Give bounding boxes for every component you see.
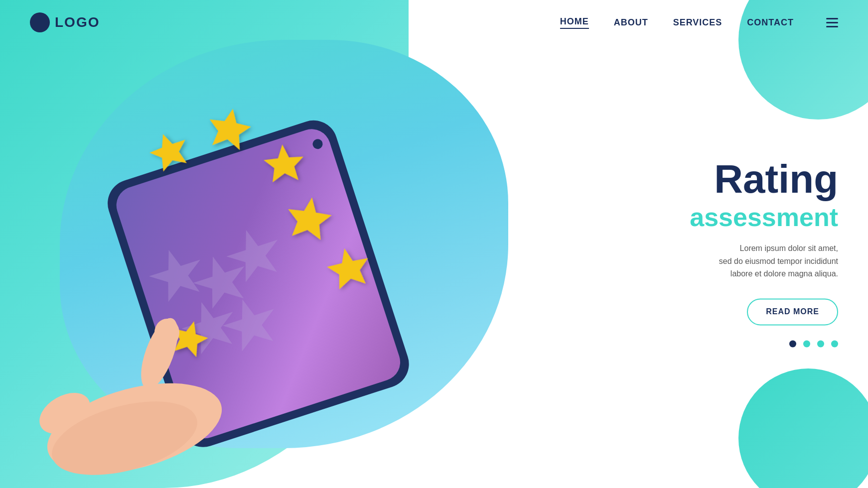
background-bottom-right	[738, 368, 868, 488]
svg-point-18	[154, 319, 179, 347]
hero-description: Lorem ipsum dolor sit amet,sed do eiusmo…	[629, 242, 838, 280]
pagination-dots	[629, 340, 838, 347]
nav-contact[interactable]: CONTACT	[747, 17, 794, 28]
logo-text: LOGO	[55, 14, 100, 30]
nav-services[interactable]: SERVICES	[673, 17, 723, 28]
hamburger-line-1	[826, 18, 838, 19]
nav-about[interactable]: ABOUT	[614, 17, 648, 28]
nav-home[interactable]: HOME	[560, 16, 589, 29]
hero-content: Rating assessment Lorem ipsum dolor sit …	[629, 159, 838, 347]
dot-2[interactable]	[803, 340, 810, 347]
hamburger-line-2	[826, 22, 838, 23]
dot-1[interactable]	[789, 340, 796, 347]
hamburger-line-3	[826, 26, 838, 27]
logo-icon	[30, 12, 50, 32]
dot-4[interactable]	[831, 340, 838, 347]
hero-subtitle: assessment	[629, 204, 838, 230]
hero-illustration	[0, 60, 523, 488]
logo[interactable]: LOGO	[30, 12, 100, 32]
read-more-button[interactable]: READ MORE	[747, 298, 838, 325]
hero-title: Rating	[629, 159, 838, 199]
hamburger-menu-icon[interactable]	[826, 18, 838, 27]
navbar: LOGO HOME ABOUT SERVICES CONTACT	[0, 0, 868, 45]
dot-3[interactable]	[817, 340, 824, 347]
nav-links: HOME ABOUT SERVICES CONTACT	[560, 16, 838, 29]
